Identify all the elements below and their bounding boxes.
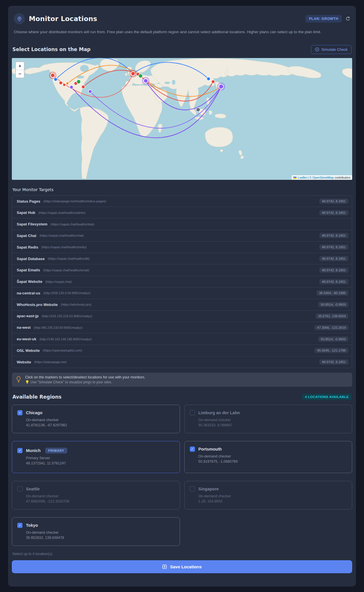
map-marker[interactable] bbox=[89, 90, 92, 93]
target-name: WhoHosts.pro Website bbox=[17, 302, 58, 307]
region-desc: On-demand checker bbox=[26, 418, 175, 422]
simulate-check-button[interactable]: Simulate Check bbox=[311, 45, 352, 54]
plan-badge: PLAN: GROWTH bbox=[305, 15, 342, 23]
target-name: OSL Website bbox=[17, 348, 40, 353]
target-url: (https://statuspage.me/healthz/status-pa… bbox=[44, 199, 106, 203]
target-row: Website(https://statuspage.me)48.9742, 8… bbox=[12, 356, 352, 368]
map-marker[interactable] bbox=[70, 85, 73, 89]
map-marker[interactable] bbox=[54, 78, 57, 81]
region-checkbox[interactable]: ✓ bbox=[17, 448, 22, 453]
region-card-chicago[interactable]: ✓ Chicago On-demand checker 41.8781136, … bbox=[12, 405, 180, 433]
target-url: (https://sapat.chat/healthz/chat) bbox=[40, 234, 84, 237]
target-row: Sapat Hub(https://sapat.chat/healthz/adm… bbox=[12, 207, 352, 218]
map-marker[interactable] bbox=[51, 73, 55, 77]
region-checkbox[interactable] bbox=[190, 410, 195, 415]
region-coords: 50.8197675, -1.0880769 bbox=[198, 460, 347, 464]
play-circle-icon bbox=[315, 47, 319, 52]
page-title: Monitor Locations bbox=[29, 15, 97, 23]
map-marker[interactable] bbox=[59, 81, 63, 85]
map-marker[interactable] bbox=[211, 80, 215, 83]
region-card-seattle[interactable]: Seattle On-demand checker 47.6062095, -1… bbox=[12, 481, 180, 509]
target-name: Sapat Redis bbox=[17, 245, 38, 249]
target-coords-badge: 35.6761, 139.6503 bbox=[316, 313, 348, 319]
target-name: apac-east-jp bbox=[17, 314, 39, 318]
osm-link[interactable]: © OpenStreetMap bbox=[309, 176, 334, 179]
target-row: apac-east-jp(http://103.125.216.51:8081/… bbox=[12, 310, 352, 322]
map-attribution: Leaflet | © OpenStreetMap contributors bbox=[292, 175, 352, 180]
tip-line-2: 💡 Use "Simulate Check" to visualize ping… bbox=[25, 380, 145, 384]
region-coords: 1.29, 103.8503 bbox=[198, 499, 347, 503]
zoom-in-button[interactable]: + bbox=[16, 62, 24, 70]
target-coords-badge: 48.9742, 8.1851 bbox=[319, 268, 348, 273]
target-coords-badge: 45.5945, -121.1786 bbox=[314, 348, 348, 353]
region-checkbox[interactable] bbox=[17, 486, 22, 492]
map-section-title: Select Locations on the Map bbox=[12, 46, 91, 52]
save-locations-button[interactable]: Save Locations bbox=[12, 560, 352, 573]
selection-limit-note: Select up to 4 location(s). bbox=[12, 552, 352, 556]
map-marker[interactable] bbox=[196, 108, 200, 112]
target-url: (http://209.126.0.56:8081/readyz) bbox=[44, 291, 91, 295]
region-coords: 41.8781136, -87.6297982 bbox=[26, 423, 175, 427]
target-name: Status Pages bbox=[17, 199, 40, 203]
region-name: Seattle bbox=[26, 487, 40, 491]
region-name: Portsmouth bbox=[198, 447, 222, 451]
header: Monitor Locations PLAN: GROWTH bbox=[12, 13, 352, 24]
location-pin-icon bbox=[14, 13, 25, 24]
target-name: Website bbox=[17, 360, 31, 364]
target-row: Sapat Database(https://sapat.chat/health… bbox=[12, 253, 352, 264]
target-name: Sapat Chat bbox=[17, 234, 36, 238]
target-url: (http://85.239.233.60:8081/readyz) bbox=[34, 326, 82, 329]
target-row: Šapat Website(https://sapat.chat)48.9742… bbox=[12, 276, 352, 287]
target-url: (https://sapat.chat/healthz/redis) bbox=[41, 245, 87, 249]
map-marker[interactable] bbox=[63, 83, 66, 86]
region-name: Tokyo bbox=[26, 523, 38, 528]
region-desc: On-demand checker bbox=[26, 531, 175, 535]
region-checkbox[interactable]: ✓ bbox=[190, 447, 195, 452]
regions-heading: Available Regions bbox=[12, 394, 61, 400]
primary-badge: PRIMARY bbox=[45, 448, 67, 453]
target-coords-badge: 38.6364, -90.1985 bbox=[316, 290, 348, 296]
map-canvas[interactable] bbox=[12, 58, 352, 180]
map-zoom-control: + − bbox=[15, 61, 25, 78]
target-url: (https://sapat.chat/healthz/disk) bbox=[50, 223, 94, 226]
region-card-munich[interactable]: ✓ Munich PRIMARY Primary Server 48.13715… bbox=[12, 441, 180, 473]
target-coords-badge: 48.9742, 8.1851 bbox=[319, 210, 348, 215]
target-coords-badge: 48.9742, 8.1851 bbox=[319, 233, 348, 238]
page-description: Choose where your distributed monitors w… bbox=[14, 29, 350, 36]
target-url: (https://sapat.chat) bbox=[46, 280, 72, 283]
region-checkbox[interactable]: ✓ bbox=[17, 523, 22, 528]
map-marker[interactable] bbox=[66, 82, 69, 85]
map-marker[interactable] bbox=[82, 85, 85, 89]
region-desc: On-demand checker bbox=[198, 418, 347, 422]
world-map[interactable]: + − Leaflet | © OpenStreetMap contributo… bbox=[12, 58, 352, 180]
target-coords-badge: 50.8514, -0.9903 bbox=[318, 302, 348, 307]
target-row: Sapat Chat(https://sapat.chat/healthz/ch… bbox=[12, 230, 352, 241]
map-marker[interactable] bbox=[131, 72, 135, 76]
region-desc: On-demand checker bbox=[26, 494, 175, 498]
map-marker[interactable] bbox=[144, 79, 148, 83]
map-marker[interactable] bbox=[138, 74, 142, 78]
target-coords-badge: 48.9742, 8.1851 bbox=[319, 199, 348, 204]
targets-heading: Your Monitor Targets bbox=[12, 187, 352, 192]
map-marker[interactable] bbox=[77, 80, 81, 84]
target-coords-badge: 47.3066, -122.2619 bbox=[314, 325, 348, 330]
region-checkbox[interactable]: ✓ bbox=[17, 410, 22, 415]
target-row: Sapat Redis(https://sapat.chat/healthz/r… bbox=[12, 241, 352, 253]
region-card-tokyo[interactable]: ✓ Tokyo On-demand checker 35.652832, 139… bbox=[12, 517, 180, 546]
target-name: na-west bbox=[17, 325, 31, 330]
region-coords: 50.383333, 8.066667 bbox=[198, 423, 347, 427]
region-card-portsmouth[interactable]: ✓ Portsmouth On-demand checker 50.819767… bbox=[184, 441, 352, 473]
target-coords-badge: 50.8514, -0.9903 bbox=[318, 337, 348, 342]
zoom-out-button[interactable]: − bbox=[16, 70, 24, 78]
region-card-limburg[interactable]: Limburg an der Lahn On-demand checker 50… bbox=[184, 405, 352, 433]
refresh-icon[interactable] bbox=[346, 16, 350, 21]
region-checkbox[interactable] bbox=[190, 486, 195, 492]
region-card-singapore[interactable]: Singapore On-demand checker 1.29, 103.85… bbox=[184, 481, 352, 509]
target-row: OSL Website(https://openstartuplist.com)… bbox=[12, 345, 352, 356]
map-marker[interactable] bbox=[219, 84, 224, 89]
leaflet-link[interactable]: Leaflet bbox=[298, 176, 307, 179]
map-marker[interactable] bbox=[207, 77, 210, 81]
region-name: Chicago bbox=[26, 410, 42, 415]
target-name: Šapat Website bbox=[17, 279, 42, 284]
target-url: (https://openstartuplist.com) bbox=[43, 349, 82, 352]
